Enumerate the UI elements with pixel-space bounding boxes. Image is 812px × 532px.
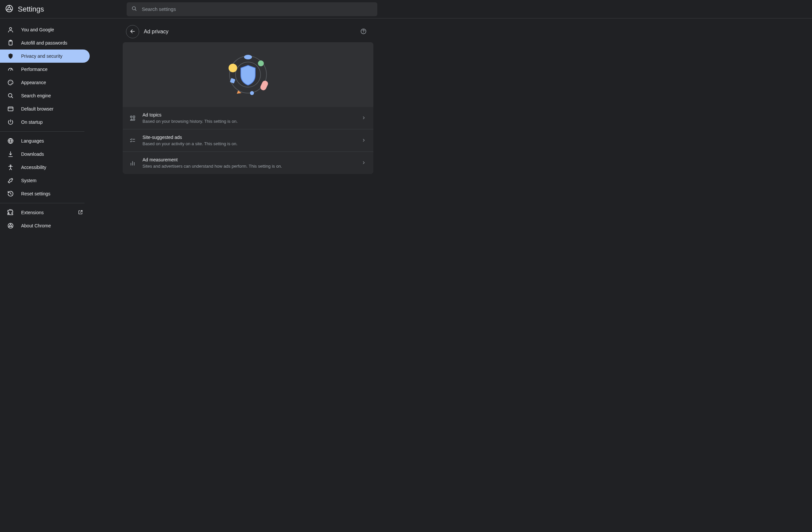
sidebar-item-label: Privacy and security [21, 54, 84, 59]
wrench-icon [7, 177, 14, 184]
sidebar-item-privacy[interactable]: Privacy and security [0, 50, 90, 63]
svg-point-31 [133, 118, 135, 120]
settings-panel: Ad privacy [123, 23, 373, 532]
svg-point-26 [250, 91, 254, 95]
svg-point-24 [258, 60, 264, 66]
row-subtitle: Based on your browsing history. This set… [143, 119, 355, 124]
shapes-icon [129, 115, 136, 122]
sidebar-item-label: You and Google [21, 27, 84, 32]
row-subtitle: Sites and advertisers can understand how… [143, 164, 355, 169]
help-icon [360, 28, 367, 36]
clipboard-icon [7, 40, 14, 46]
sidebar-item-search-engine[interactable]: Search engine [0, 89, 90, 102]
row-title: Site-suggested ads [143, 135, 355, 140]
sidebar-item-you-and-google[interactable]: You and Google [0, 23, 90, 36]
palette-icon [7, 79, 14, 86]
help-button[interactable] [357, 25, 370, 38]
search-input[interactable] [142, 6, 373, 12]
nav-divider [0, 203, 84, 203]
speedometer-icon [7, 66, 14, 73]
svg-point-29 [130, 116, 132, 117]
sidebar-item-autofill[interactable]: Autofill and passwords [0, 36, 90, 50]
svg-point-10 [12, 82, 12, 83]
sidebar-item-system[interactable]: System [0, 174, 90, 187]
row-title: Ad topics [143, 112, 355, 117]
app-title: Settings [18, 5, 44, 14]
restore-icon [7, 191, 14, 197]
svg-point-16 [10, 165, 11, 166]
svg-point-9 [10, 81, 11, 82]
browser-icon [7, 106, 14, 112]
shield-icon [7, 53, 14, 59]
globe-icon [7, 138, 14, 144]
row-text: Ad topicsBased on your browsing history.… [143, 112, 355, 124]
chevron-right-icon [361, 160, 367, 166]
sidebar-item-extensions[interactable]: Extensions [0, 206, 90, 219]
nav-divider [0, 131, 84, 132]
chrome-logo-icon [5, 5, 13, 14]
sidebar-item-on-startup[interactable]: On startup [0, 115, 90, 129]
svg-line-7 [11, 69, 12, 70]
sidebar-item-downloads[interactable]: Downloads [0, 148, 90, 161]
sidebar-item-label: Autofill and passwords [21, 40, 84, 45]
bar-chart-icon [129, 160, 136, 166]
main-content: Ad privacy [90, 18, 812, 532]
sidebar-item-performance[interactable]: Performance [0, 63, 90, 76]
sidebar-item-label: On startup [21, 120, 84, 125]
sidebar-item-reset[interactable]: Reset settings [0, 187, 90, 200]
search-container[interactable] [127, 2, 377, 16]
sidebar-item-label: Default browser [21, 106, 84, 112]
power-icon [7, 119, 14, 125]
chevron-right-icon [361, 138, 367, 143]
sidebar-item-label: Extensions [21, 210, 71, 215]
svg-point-4 [10, 27, 12, 30]
page-title: Ad privacy [143, 29, 353, 34]
svg-line-3 [135, 9, 136, 11]
sidebar-item-label: Search engine [21, 93, 84, 98]
settings-row-ad-measurement[interactable]: Ad measurementSites and advertisers can … [123, 152, 373, 174]
row-title: Ad measurement [143, 157, 355, 163]
svg-rect-25 [260, 80, 269, 92]
back-button[interactable] [126, 25, 139, 38]
row-subtitle: Based on your activity on a site. This s… [143, 141, 355, 146]
panel-header: Ad privacy [123, 23, 373, 41]
sidebar-item-label: Appearance [21, 80, 84, 85]
hero-illustration [123, 42, 373, 107]
svg-rect-13 [8, 107, 13, 111]
sidebar-item-default-browser[interactable]: Default browser [0, 102, 90, 115]
svg-rect-30 [133, 116, 135, 117]
sidebar: You and GoogleAutofill and passwordsPriv… [0, 18, 90, 532]
brand: Settings [5, 5, 120, 14]
chrome-icon [7, 222, 14, 229]
settings-row-site-suggested[interactable]: Site-suggested adsBased on your activity… [123, 129, 373, 152]
sidebar-item-label: Downloads [21, 152, 84, 157]
sidebar-item-label: About Chrome [21, 223, 84, 228]
svg-line-12 [12, 97, 13, 98]
row-text: Ad measurementSites and advertisers can … [143, 157, 355, 169]
svg-point-8 [9, 82, 10, 83]
sidebar-item-about[interactable]: About Chrome [0, 219, 90, 232]
download-icon [7, 151, 14, 157]
settings-rows: Ad topicsBased on your browsing history.… [123, 107, 373, 174]
sidebar-item-label: System [21, 178, 84, 183]
svg-point-28 [229, 64, 237, 72]
sidebar-item-label: Performance [21, 67, 84, 72]
arrow-left-icon [129, 28, 136, 36]
svg-point-20 [363, 32, 364, 33]
checklist-icon [129, 137, 136, 144]
sidebar-item-accessibility[interactable]: Accessibility [0, 161, 90, 174]
accessibility-icon [7, 164, 14, 171]
sidebar-item-label: Languages [21, 138, 84, 143]
sidebar-item-appearance[interactable]: Appearance [0, 76, 90, 89]
search-icon [131, 5, 137, 13]
sidebar-item-languages[interactable]: Languages [0, 134, 90, 148]
external-icon [78, 210, 84, 215]
top-bar: Settings [0, 0, 812, 18]
chevron-right-icon [361, 115, 367, 121]
svg-point-1 [8, 7, 11, 10]
search-icon [7, 93, 14, 99]
person-icon [7, 26, 14, 33]
sidebar-item-label: Reset settings [21, 191, 84, 196]
settings-row-ad-topics[interactable]: Ad topicsBased on your browsing history.… [123, 107, 373, 129]
svg-rect-27 [230, 78, 235, 84]
